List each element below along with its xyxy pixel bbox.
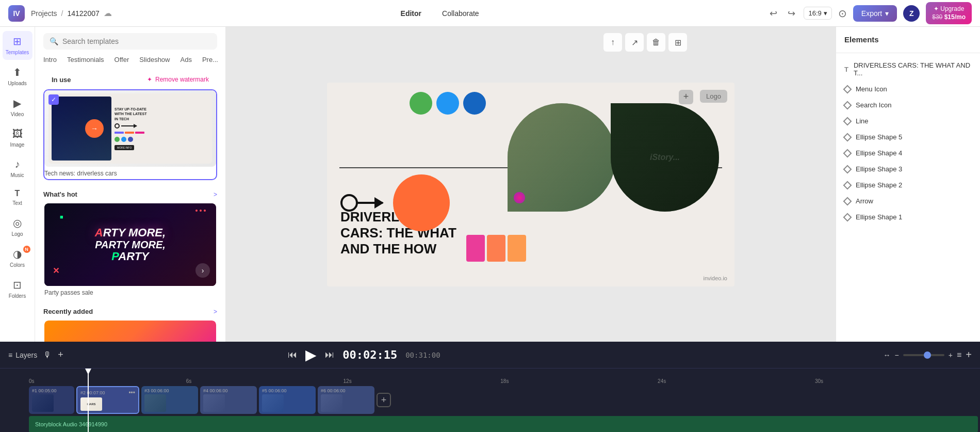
tab-intro[interactable]: Intro bbox=[43, 54, 62, 66]
ruler-mark-0s: 0s bbox=[29, 378, 35, 384]
template-card-tech-news[interactable]: ✓ STAY UP-TO-DATEWITH THE LATESTIN TECH bbox=[43, 89, 217, 180]
scenes-row: #1 00:05:00 #2 00:07:00 ••• bbox=[4, 384, 980, 416]
collaborate-tab[interactable]: Collaborate bbox=[438, 7, 483, 20]
zoom-in-button[interactable]: + bbox=[949, 351, 953, 359]
element-item-ellipse5[interactable]: Ellipse Shape 5 bbox=[836, 129, 980, 145]
in-use-section: In use ✦ Remove watermark ✓ bbox=[35, 70, 225, 188]
settings-button[interactable]: ⊙ bbox=[838, 7, 847, 20]
projects-link[interactable]: Projects bbox=[31, 9, 57, 18]
tab-offer[interactable]: Offer bbox=[109, 54, 135, 66]
timeline-lines-button[interactable]: ≡ bbox=[957, 350, 961, 360]
tab-ads[interactable]: Ads bbox=[175, 54, 197, 66]
aspect-ratio-selector[interactable]: 16:9 ▾ bbox=[804, 7, 831, 20]
add-scene-button[interactable]: + bbox=[966, 349, 972, 361]
element-item-menu-icon[interactable]: Menu Icon bbox=[836, 81, 980, 97]
sidebar-item-music-label: Music bbox=[10, 172, 24, 179]
whats-hot-more-link[interactable]: > bbox=[214, 191, 217, 198]
recently-added-more-link[interactable]: > bbox=[214, 308, 217, 315]
sidebar-item-video[interactable]: ▶ Video bbox=[3, 93, 32, 122]
upload-to-canvas-button[interactable]: ↑ bbox=[603, 33, 622, 52]
template-card-party[interactable]: ARTY MORE, PARTY MORE, PARTY bbox=[43, 202, 217, 299]
old-price: $30 bbox=[932, 13, 942, 21]
undo-button[interactable]: ↩ bbox=[767, 6, 779, 21]
sidebar-item-image[interactable]: 🖼 Image bbox=[3, 124, 32, 152]
editor-tab[interactable]: Editor bbox=[397, 7, 426, 20]
element-item-ellipse2[interactable]: Ellipse Shape 2 bbox=[836, 177, 980, 193]
element-label-ellipse5: Ellipse Shape 5 bbox=[856, 133, 902, 141]
right-panel: Elements T DRIVERLESS CARS: THE WHAT AND… bbox=[836, 27, 980, 342]
scene-block-5[interactable]: #5 00:06:00 bbox=[259, 386, 316, 414]
breadcrumb-separator: / bbox=[61, 9, 63, 18]
play-button[interactable]: ▶ bbox=[305, 346, 317, 363]
audio-block[interactable]: Storyblock Audio 346914990 bbox=[29, 416, 978, 432]
export-button[interactable]: Export ▾ bbox=[853, 5, 897, 22]
upgrade-label: ✦ Upgrade bbox=[932, 5, 966, 13]
zoom-slider[interactable] bbox=[903, 354, 944, 356]
app-logo[interactable]: IV bbox=[8, 5, 25, 22]
element-item-ellipse4[interactable]: Ellipse Shape 4 bbox=[836, 145, 980, 161]
scene-block-4[interactable]: #4 00:06:00 bbox=[200, 386, 257, 414]
zoom-out-button[interactable]: − bbox=[895, 351, 899, 359]
watermark-label: Remove watermark bbox=[155, 76, 209, 83]
canvas-frame[interactable]: Logo + bbox=[327, 83, 734, 286]
sidebar-item-folders[interactable]: ⊡ Folders bbox=[3, 275, 32, 303]
remove-watermark-button[interactable]: ✦ Remove watermark bbox=[147, 74, 209, 85]
element-item-line[interactable]: Line bbox=[836, 113, 980, 129]
upgrade-button[interactable]: ✦ Upgrade $30 $15/mo bbox=[926, 2, 972, 24]
scene-block-2[interactable]: #2 00:07:00 ••• CARS bbox=[76, 386, 139, 414]
ellipse-on-photo bbox=[514, 192, 525, 203]
fit-timeline-button[interactable]: ↔ bbox=[884, 351, 891, 359]
element-diamond-icon bbox=[843, 197, 852, 205]
add-track-button[interactable]: + bbox=[58, 349, 63, 360]
timeline-ruler: 0s 6s 12s 18s 24s 30s bbox=[4, 373, 980, 384]
sidebar-item-logo-label: Logo bbox=[11, 231, 23, 237]
add-new-scene-btn[interactable]: + bbox=[377, 393, 391, 407]
expand-canvas-button[interactable]: ↗ bbox=[625, 33, 644, 52]
element-item-arrow[interactable]: Arrow bbox=[836, 193, 980, 209]
tab-testimonials[interactable]: Testimonials bbox=[62, 54, 109, 66]
audio-tracks-area: Storyblock Audio 346914990 // Generate w… bbox=[4, 416, 980, 432]
tab-more[interactable]: Pre... bbox=[197, 54, 223, 66]
user-avatar[interactable]: Z bbox=[903, 5, 920, 22]
layers-button[interactable]: ≡ Layers bbox=[8, 351, 37, 359]
tab-slideshow[interactable]: Slideshow bbox=[134, 54, 175, 66]
sidebar-item-logo[interactable]: ◎ Logo bbox=[3, 213, 32, 242]
sidebar-item-text[interactable]: T Text bbox=[3, 185, 32, 211]
scene-block-6[interactable]: #6 00:06:00 bbox=[318, 386, 374, 414]
sidebar-item-uploads[interactable]: ⬆ Uploads bbox=[3, 62, 32, 91]
scene-block-1[interactable]: #1 00:05:00 bbox=[29, 386, 74, 414]
aspect-ratio-chevron-icon: ▾ bbox=[824, 9, 827, 17]
total-time-display: 00:31:00 bbox=[405, 351, 440, 359]
template-selected-check: ✓ bbox=[48, 94, 59, 105]
element-item-ellipse3[interactable]: Ellipse Shape 3 bbox=[836, 161, 980, 177]
previous-scene-button[interactable]: ⏮ bbox=[288, 349, 297, 360]
scene-block-3[interactable]: #3 00:06:00 bbox=[141, 386, 198, 414]
element-item-search-icon[interactable]: Search Icon bbox=[836, 97, 980, 113]
search-input[interactable] bbox=[62, 37, 211, 45]
sidebar-item-colors[interactable]: N ◑ Colors bbox=[3, 244, 32, 273]
delete-element-button[interactable]: 🗑 bbox=[647, 33, 665, 52]
element-item-ellipse1[interactable]: Ellipse Shape 1 bbox=[836, 209, 980, 225]
project-id[interactable]: 14122007 bbox=[67, 9, 99, 18]
grid-view-button[interactable]: ⊞ bbox=[668, 33, 687, 52]
next-scene-button[interactable]: ⏭ bbox=[325, 349, 334, 360]
image-icon: 🖼 bbox=[12, 128, 23, 140]
sidebar-item-templates[interactable]: ⊞ Templates bbox=[3, 31, 32, 60]
element-diamond-icon bbox=[843, 133, 852, 141]
ruler-mark-18s: 18s bbox=[500, 378, 509, 384]
microphone-button[interactable]: 🎙 bbox=[43, 350, 52, 360]
scene-2-more-icon[interactable]: ••• bbox=[128, 389, 135, 396]
sidebar-item-music[interactable]: ♪ Music bbox=[3, 154, 32, 183]
topbar-right: ↩ ↪ 16:9 ▾ ⊙ Export ▾ Z ✦ Upgrade $30 $1… bbox=[767, 2, 972, 24]
template-next-arrow[interactable]: › bbox=[195, 263, 210, 278]
template-card-recent[interactable] bbox=[43, 319, 217, 342]
editor-area: ↑ ↗ 🗑 ⊞ Logo + bbox=[226, 27, 836, 342]
template-thumbnail-party: ARTY MORE, PARTY MORE, PARTY bbox=[44, 203, 216, 286]
sidebar-item-folders-label: Folders bbox=[9, 293, 26, 299]
logo-badge[interactable]: Logo bbox=[700, 90, 727, 103]
elements-list: T DRIVERLESS CARS: THE WHAT AND T... Men… bbox=[836, 53, 980, 229]
element-item-title-text[interactable]: T DRIVERLESS CARS: THE WHAT AND T... bbox=[836, 57, 980, 81]
redo-button[interactable]: ↪ bbox=[786, 6, 797, 21]
zoom-slider-thumb bbox=[924, 351, 931, 359]
add-element-button[interactable]: + bbox=[679, 90, 693, 104]
